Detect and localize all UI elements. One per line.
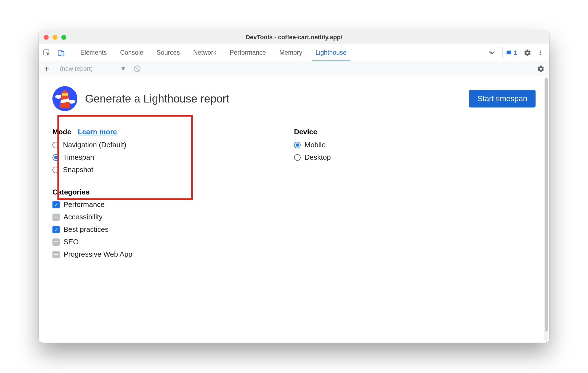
devtools-window: DevTools - coffee-cart.netlify.app/ — [39, 30, 549, 343]
tab-elements[interactable]: Elements — [74, 44, 113, 61]
window-title: DevTools - coffee-cart.netlify.app/ — [39, 34, 549, 41]
lighthouse-logo-icon — [52, 86, 77, 111]
mode-option[interactable]: Snapshot — [52, 166, 294, 174]
device-option-label: Desktop — [304, 153, 331, 162]
device-option[interactable]: Mobile — [294, 141, 536, 149]
svg-rect-2 — [61, 51, 64, 56]
categories-section: Categories ✓PerformanceAccessibility✓Bes… — [52, 188, 536, 259]
traffic-lights — [44, 35, 66, 40]
device-option-label: Mobile — [304, 141, 326, 149]
chevron-down-icon: ▼ — [120, 65, 126, 72]
radio-icon — [294, 154, 301, 161]
category-option[interactable]: Progressive Web App — [52, 250, 536, 259]
report-selector-label: (new report) — [60, 65, 93, 72]
window-minimize-button[interactable] — [52, 35, 57, 40]
lighthouse-subbar: + (new report) ▼ — [39, 61, 549, 76]
mode-title: Mode — [52, 128, 71, 136]
category-option[interactable]: SEO — [52, 238, 536, 246]
checkbox-icon — [52, 251, 60, 258]
category-label: SEO — [63, 238, 79, 246]
radio-icon — [52, 167, 59, 173]
window-close-button[interactable] — [44, 35, 49, 40]
page-title: Generate a Lighthouse report — [85, 93, 229, 105]
svg-point-4 — [540, 52, 541, 53]
inspect-element-icon[interactable] — [41, 47, 52, 59]
radio-icon — [52, 142, 59, 148]
mode-option-label: Timespan — [63, 153, 94, 162]
more-menu-icon[interactable] — [535, 47, 547, 59]
settings-icon[interactable] — [522, 47, 533, 59]
scrollbar[interactable] — [544, 77, 548, 342]
devtools-tabbar: ElementsConsoleSourcesNetworkPerformance… — [39, 44, 549, 61]
device-title: Device — [294, 128, 317, 136]
mode-option-label: Navigation (Default) — [63, 141, 126, 149]
tab-network[interactable]: Network — [187, 44, 223, 61]
titlebar: DevTools - coffee-cart.netlify.app/ — [39, 30, 549, 44]
radio-icon — [294, 142, 301, 148]
svg-point-8 — [55, 95, 62, 99]
checkbox-icon — [52, 238, 60, 246]
svg-point-3 — [540, 50, 541, 51]
categories-title: Categories — [52, 188, 536, 196]
report-selector[interactable]: (new report) ▼ — [57, 65, 129, 72]
tab-performance[interactable]: Performance — [223, 44, 273, 61]
checkbox-icon: ✓ — [52, 226, 60, 233]
category-label: Performance — [63, 200, 105, 209]
category-option[interactable]: ✓Performance — [52, 200, 536, 209]
lighthouse-settings-icon[interactable] — [535, 63, 547, 75]
tab-lighthouse[interactable]: Lighthouse — [309, 44, 353, 61]
category-label: Progressive Web App — [63, 250, 133, 259]
mode-option-label: Snapshot — [63, 166, 93, 174]
issues-button[interactable]: 1 — [502, 47, 520, 59]
svg-point-5 — [540, 54, 541, 55]
radio-icon — [52, 154, 59, 161]
device-section: Device MobileDesktop — [294, 128, 536, 178]
checkbox-icon: ✓ — [52, 201, 60, 208]
mode-option[interactable]: Timespan — [52, 153, 294, 162]
category-label: Best practices — [63, 225, 108, 234]
separator — [54, 65, 54, 73]
tab-sources[interactable]: Sources — [150, 44, 186, 61]
lighthouse-panel: Generate a Lighthouse report Start times… — [39, 76, 549, 343]
device-toolbar-icon[interactable] — [55, 47, 67, 59]
mode-option[interactable]: Navigation (Default) — [52, 141, 294, 149]
start-timespan-button[interactable]: Start timespan — [469, 90, 536, 107]
mode-section: Mode Learn more Navigation (Default)Time… — [52, 128, 294, 178]
tabs-overflow-button[interactable] — [485, 44, 500, 61]
window-zoom-button[interactable] — [61, 35, 66, 40]
learn-more-link[interactable]: Learn more — [78, 128, 117, 136]
issues-count: 1 — [514, 49, 517, 56]
device-option[interactable]: Desktop — [294, 153, 536, 162]
new-report-button[interactable]: + — [41, 64, 52, 73]
checkbox-icon — [52, 214, 60, 221]
tab-memory[interactable]: Memory — [273, 44, 309, 61]
clear-report-icon[interactable] — [133, 65, 141, 73]
tab-console[interactable]: Console — [113, 44, 150, 61]
category-option[interactable]: Accessibility — [52, 213, 536, 221]
category-option[interactable]: ✓Best practices — [52, 225, 536, 234]
category-label: Accessibility — [63, 213, 103, 221]
